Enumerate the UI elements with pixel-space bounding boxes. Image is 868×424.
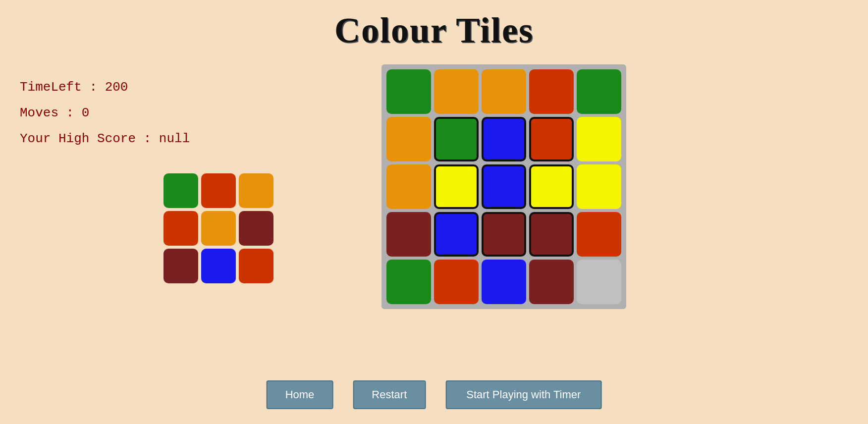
big-tile-20[interactable]: [386, 260, 431, 304]
big-tile-23[interactable]: [529, 260, 574, 304]
small-tile-0[interactable]: [163, 173, 198, 208]
big-tile-0[interactable]: [386, 69, 431, 114]
small-tile-6[interactable]: [163, 249, 198, 283]
big-tile-10[interactable]: [386, 164, 431, 209]
small-tile-3[interactable]: [163, 211, 198, 246]
high-score: Your High Score : null: [20, 126, 190, 152]
big-tile-24[interactable]: [577, 260, 621, 304]
big-tile-12[interactable]: [482, 164, 526, 209]
big-tile-16[interactable]: [434, 212, 479, 257]
restart-button[interactable]: Restart: [353, 380, 426, 409]
small-grid-container: [163, 173, 273, 283]
small-grid: [163, 173, 273, 283]
big-tile-14[interactable]: [577, 164, 621, 209]
big-tile-1[interactable]: [434, 69, 479, 114]
small-tile-7[interactable]: [201, 249, 236, 283]
small-tile-5[interactable]: [239, 211, 273, 246]
small-tile-8[interactable]: [239, 249, 273, 283]
big-tile-19[interactable]: [577, 212, 621, 257]
big-tile-4[interactable]: [577, 69, 621, 114]
big-tile-21[interactable]: [434, 260, 479, 304]
big-tile-8[interactable]: [529, 117, 574, 161]
big-grid-container: [381, 64, 626, 309]
big-tile-7[interactable]: [482, 117, 526, 161]
big-grid: [386, 69, 621, 304]
home-button[interactable]: Home: [267, 380, 333, 409]
big-tile-18[interactable]: [529, 212, 574, 257]
start-timer-button[interactable]: Start Playing with Timer: [445, 380, 601, 409]
small-tile-1[interactable]: [201, 173, 236, 208]
buttons-row: Home Restart Start Playing with Timer: [267, 380, 602, 409]
small-tile-2[interactable]: [239, 173, 273, 208]
big-tile-6[interactable]: [434, 117, 479, 161]
page-title: Colour Tiles: [0, 0, 868, 51]
big-tile-3[interactable]: [529, 69, 574, 114]
big-tile-17[interactable]: [482, 212, 526, 257]
big-tile-5[interactable]: [386, 117, 431, 161]
big-tile-13[interactable]: [529, 164, 574, 209]
small-tile-4[interactable]: [201, 211, 236, 246]
stats-panel: TimeLeft : 200 Moves : 0 Your High Score…: [20, 74, 190, 152]
big-tile-9[interactable]: [577, 117, 621, 161]
big-tile-22[interactable]: [482, 260, 526, 304]
time-left: TimeLeft : 200: [20, 74, 190, 100]
moves: Moves : 0: [20, 100, 190, 126]
big-tile-15[interactable]: [386, 212, 431, 257]
big-tile-11[interactable]: [434, 164, 479, 209]
big-tile-2[interactable]: [482, 69, 526, 114]
